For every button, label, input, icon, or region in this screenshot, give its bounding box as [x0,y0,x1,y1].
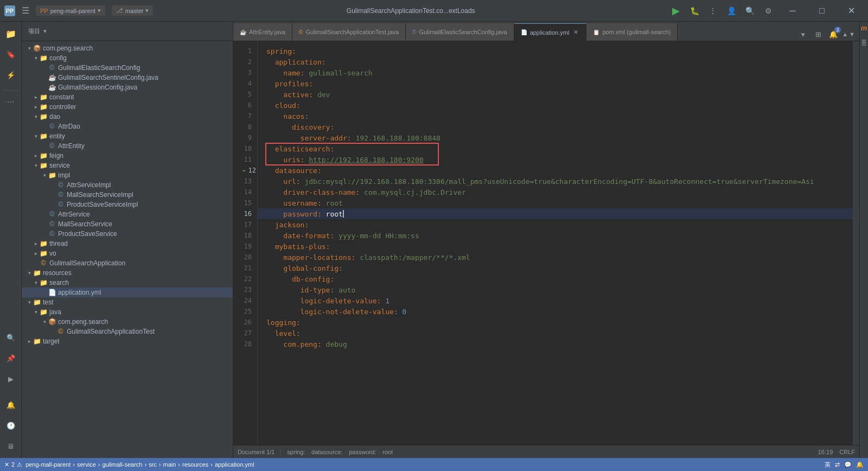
tree-label: AttrEntity [58,142,85,150]
close-button[interactable]: ✕ [839,3,864,18]
code-line-2: application: [258,56,853,67]
database-icon[interactable]: 🗄 [860,40,868,46]
tree-item-com-peng-search-test[interactable]: ▾ 📦 com.peng.search [22,317,233,327]
tab-close-button[interactable]: ✕ [572,29,579,36]
tree-item-service[interactable]: ▾ 📁 service [22,161,233,170]
tree-item-ProductSaveServiceImpl[interactable]: ▸ © ProductSaveServiceImpl [22,200,233,209]
tree-item-resources[interactable]: ▾ 📁 resources [22,268,233,278]
tree-arrow: ▾ [33,133,39,139]
bottom-bar: ✕ 2 ⚠ peng-mall-parent › service › gulim… [0,458,868,471]
terminal-button[interactable]: 🖥 [1,436,21,456]
minimize-button[interactable]: ─ [780,3,805,18]
java-interface-icon: © [56,201,65,208]
tab-application-yml[interactable]: 📄 application.yml ✕ [514,23,587,41]
encoding-indicator: CRLF [839,449,855,455]
tree-item-com-peng-search[interactable]: ▾ 📦 com.peng.search [22,43,233,53]
split-editor-button[interactable]: ⊞ [812,28,825,41]
settings-button[interactable]: ⚙ [761,3,776,18]
tree-item-entity[interactable]: ▾ 📁 entity [22,131,233,141]
tree-item-MallSearchServiceImpl[interactable]: ▸ © MallSearchServiceImpl [22,190,233,200]
code-editor[interactable]: 1 2 3 4 5 6 7 8 9 10 11 ►12 13 14 15 16 … [233,41,859,445]
tree-arrow: ▾ [33,280,39,285]
translate-icon[interactable]: ⇄ [835,461,840,468]
folder-icon: 📁 [39,152,48,160]
tree-item-search-folder[interactable]: ▾ 📁 search [22,278,233,288]
tree-label: AttrService [58,211,90,218]
branch-selector[interactable]: ⎇ master ▾ [112,5,154,16]
code-content[interactable]: spring: application: name: gulimall-sear… [258,41,853,445]
tree-item-test[interactable]: ▾ 📁 test [22,297,233,307]
tree-item-AttrService[interactable]: ▸ © AttrService [22,209,233,219]
code-line-26: logging: [258,317,853,328]
tree-item-constant[interactable]: ▸ 📁 constant [22,92,233,102]
tab-label: GulimallSearchApplicationTest.java [305,29,399,35]
find-tool-button[interactable]: 🔍 [1,328,21,347]
line-num-8: 8 [233,122,257,132]
scroll-down-btn[interactable]: ▼ [849,31,855,37]
tree-arrow: ▸ [26,339,33,344]
tree-item-java[interactable]: ▾ 📁 java [22,307,233,317]
chat-icon[interactable]: 💬 [844,461,852,468]
project-tool-button[interactable]: 📁 [1,24,21,43]
scroll-up-btn[interactable]: ▲ [842,31,848,37]
tab-GulimallSearchApplicationTest[interactable]: © GulimallSearchApplicationTest.java [292,23,406,41]
line-num-15: 15 [233,198,257,208]
tree-label: GulimallElasticSearchConfig [58,64,140,72]
tab-AttrEntity[interactable]: ☕ AttrEntity.java [233,23,292,41]
java-interface-icon: © [48,123,56,130]
code-line-7: nacos: [258,111,853,122]
structure-tool-button[interactable]: ⚡ [1,65,21,85]
git-button[interactable]: 🕐 [1,416,21,435]
notifications-button[interactable]: 🔔 [1,395,21,415]
tab-list-button[interactable]: ▾ [796,28,809,41]
tree-item-config[interactable]: ▾ 📁 config [22,53,233,63]
project-breadcrumb[interactable]: peng-mall-parent › service › gulimall-se… [25,461,254,468]
hamburger-menu[interactable]: ☰ [20,3,31,18]
bookmarks-tool-button[interactable]: 🔖 [1,44,21,64]
main-layout: 📁 🔖 ⚡ ⋯ 🔍 📌 ▶ 🔔 🕐 🖥 项目 ▾ ▾ 📦 com.peng.se… [0,22,868,458]
tree-item-ProductSaveService[interactable]: ▸ © ProductSaveService [22,229,233,239]
project-selector[interactable]: PP peng-mall-parent ▾ [36,5,105,16]
tree-item-vo[interactable]: ▸ 📁 vo [22,249,233,258]
tab-GulimallElasticSearchConfig[interactable]: © GulimallElasticSearchConfig.java [406,23,514,41]
folder-icon: 📁 [39,93,48,101]
tree-item-target[interactable]: ▸ 📁 target [22,336,233,346]
pin-tool-button[interactable]: 📌 [1,348,21,368]
tree-item-GulimallElasticSearchConfig[interactable]: ▸ © GulimallElasticSearchConfig [22,63,233,73]
run-tool-button[interactable]: ▶ [1,369,21,389]
code-line-27: level: [258,328,853,339]
tree-item-impl[interactable]: ▾ 📁 impl [22,170,233,180]
tree-item-dao[interactable]: ▾ 📁 dao [22,112,233,122]
lang-indicator[interactable]: 英 [825,461,831,469]
tab-label: GulimallElasticSearchConfig.java [419,29,507,35]
editor-scrollbar[interactable] [853,41,859,445]
tree-item-GulimallSearchApplication[interactable]: ▸ © GulimallSearchApplication [22,258,233,268]
maven-icon[interactable]: m [860,24,868,32]
notification-icon[interactable]: 🔔 [856,461,864,468]
tree-item-thread[interactable]: ▸ 📁 thread [22,239,233,249]
tree-item-controller[interactable]: ▸ 📁 controller [22,102,233,112]
more-tools-button[interactable]: ⋯ [1,92,21,111]
file-tree-content[interactable]: ▾ 📦 com.peng.search ▾ 📁 config ▸ © Gulim… [22,41,233,458]
folder-icon: 📁 [39,250,48,257]
tree-item-MallSearchService[interactable]: ▸ © MallSearchService [22,219,233,229]
tree-item-GulimallSearchSentinelConfig[interactable]: ▸ ☕ GulimallSearchSentinelConfig.java [22,73,233,82]
tree-item-GulimallSearchApplicationTest[interactable]: ▸ © GulimallSearchApplicationTest [22,327,233,336]
tree-item-application-yml[interactable]: ▸ 📄 application.yml [22,288,233,297]
tree-item-AttrServiceImpl[interactable]: ▸ © AttrServiceImpl [22,180,233,190]
run-button[interactable]: ▶ [668,3,684,18]
more-actions-button[interactable]: ⋮ [705,3,720,18]
search-everywhere-button[interactable]: 🔍 [742,3,757,18]
maximize-button[interactable]: □ [809,3,834,18]
tree-item-AttrEntity[interactable]: ▸ © AttrEntity [22,141,233,151]
tree-item-GulimallSessionConfig[interactable]: ▸ ☕ GulimallSessionConfig.java [22,82,233,92]
tab-pom-xml[interactable]: 📋 pom.xml (gulimall-search) [586,23,678,41]
tree-item-feign[interactable]: ▸ 📁 feign [22,151,233,161]
debug-button[interactable]: 🐛 [687,3,702,18]
error-indicator[interactable]: ✕ 2 ⚠ [4,461,22,468]
tree-item-AttrDao[interactable]: ▸ © AttrDao [22,122,233,131]
breadcrumb-main: main [163,461,176,468]
user-button[interactable]: 👤 [724,3,739,18]
line-num-7: 7 [233,111,257,122]
code-line-28: com.peng: debug [258,339,853,349]
